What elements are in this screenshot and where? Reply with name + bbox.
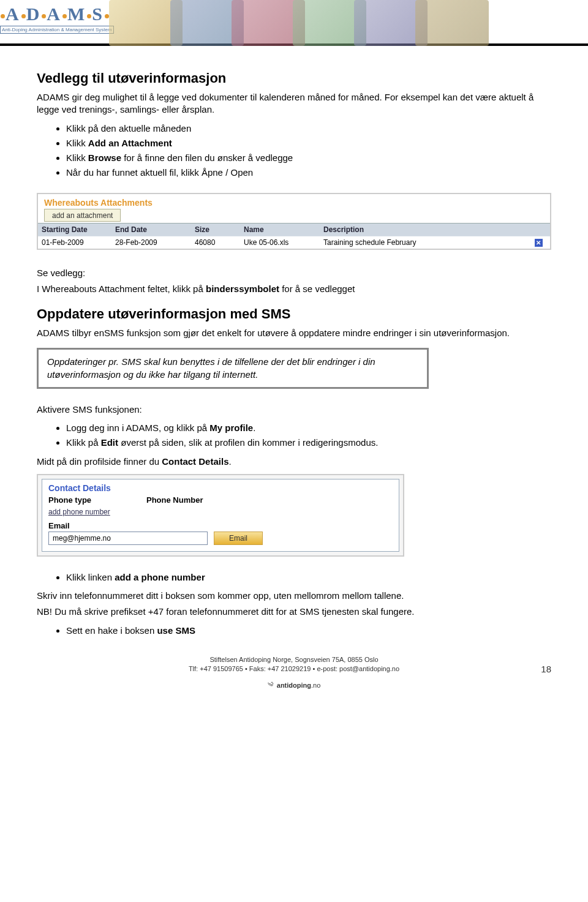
see-attachment-instruction: I Whereabouts Attachment feltet, klikk p… [37,283,551,295]
cd-title: Contact Details [42,479,399,494]
wa-filename: Uke 05-06.xls [244,238,323,247]
add-phone-number-link[interactable]: add phone number [48,508,110,516]
paragraph-sms-intro: ADAMS tilbyr enSMS funksjon som gjør det… [37,327,551,339]
bullet-item: Når du har funnet aktuell fil, klikk Åpn… [66,167,551,179]
page-footer: Stiftelsen Antidoping Norge, Sognsveien … [37,655,551,693]
bullet-item: Klikk Browse for å finne den filen du øn… [66,152,551,164]
paragraph-phone-prefix-note: NB! Du må skrive prefikset +47 foran tel… [37,606,551,618]
logo-subtitle: Anti-Doping Administration & Management … [0,26,114,34]
paragraph-contact-details: Midt på din profilside finner du Contact… [37,456,551,468]
swirl-icon: ༄ [268,679,273,691]
bullet-list-activate-sms: Logg deg inn i ADAMS, og klikk på My pro… [37,422,551,449]
header-band: ADAMS Anti-Doping Administration & Manag… [0,0,588,46]
wa-end-date: 28-Feb-2009 [115,238,195,247]
wa-size: 46080 [195,238,244,247]
cd-email-button[interactable]: Email [214,532,263,545]
bullet-list-attachments: Klikk på den aktuelle måneden Klikk Add … [37,122,551,179]
wa-title: Whereabouts Attachments [38,194,550,209]
paragraph-intro-attachments: ADAMS gir deg mulighet til å legge ved d… [37,91,551,116]
see-attachment-label: Se vedlegg: [37,267,551,279]
footer-address: Stiftelsen Antidoping Norge, Sognsveien … [37,655,551,664]
note-box-sms: Oppdateringer pr. SMS skal kun benyttes … [37,348,429,389]
heading-attachments: Vedlegg til utøverinformasjon [37,70,551,86]
page-number: 18 [541,663,551,675]
bullet-item: Logg deg inn i ADAMS, og klikk på My pro… [66,422,551,434]
contact-details-screenshot: Contact Details Phone type Phone Number … [37,474,404,557]
cd-email-label: Email [48,521,393,530]
paragraph-phone-instruction: Skriv inn telefonnummeret ditt i boksen … [37,590,551,602]
wa-description: Taraining schedule February [323,238,530,247]
header-athletes-image [109,0,538,46]
delete-icon[interactable]: ✕ [535,239,543,247]
bullet-item: Klikk Add an Attachment [66,137,551,149]
activate-sms-title: Aktivere SMS funksjonen: [37,404,551,416]
whereabouts-attachments-screenshot: Whereabouts Attachments add an attachmen… [37,193,551,250]
bullet-list-add-phone: Klikk linken add a phone number [37,571,551,584]
heading-sms: Oppdatere utøverinformasjon med SMS [37,306,551,322]
wa-headers: Starting Date End Date Size Name Descrip… [38,223,550,236]
bullet-item: Klikk på Edit øverst på siden, slik at p… [66,437,551,449]
bullet-list-use-sms: Sett en hake i boksen use SMS [37,625,551,637]
wa-start-date: 01-Feb-2009 [42,238,115,247]
add-attachment-tab[interactable]: add an attachment [44,209,121,222]
cd-col-phone-type: Phone type [48,495,146,505]
footer-logo: ༄ antidoping.no [37,678,551,693]
footer-contact: Tlf: +47 91509765 • Faks: +47 21029219 •… [37,664,551,674]
cd-email-input[interactable] [48,532,208,545]
bullet-item: Klikk på den aktuelle måneden [66,122,551,135]
wa-row: 01-Feb-2009 28-Feb-2009 46080 Uke 05-06.… [38,236,550,249]
bullet-item: Klikk linken add a phone number [66,571,551,584]
logo: ADAMS Anti-Doping Administration & Manag… [0,4,114,34]
cd-col-phone-number: Phone Number [146,495,393,505]
bullet-item: Sett en hake i boksen use SMS [66,625,551,637]
logo-text: ADAMS [0,4,110,24]
